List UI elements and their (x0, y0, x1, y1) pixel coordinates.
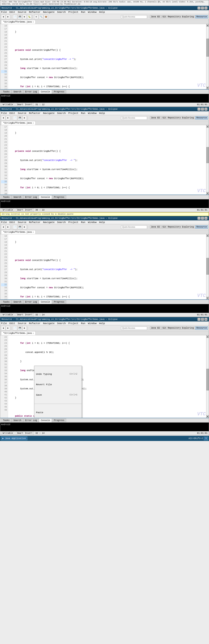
toolbar-btn-new[interactable]: 📄 (13, 15, 17, 19)
minimize-btn-4[interactable]: _ (197, 318, 200, 321)
menu-edit-3[interactable]: Edit (9, 221, 15, 224)
panel-tab-errorlog-1[interactable]: Error Log (23, 90, 39, 94)
close-btn-3[interactable]: ✕ (204, 217, 207, 220)
menu-file-1[interactable]: File (1, 11, 7, 14)
menu-file-2[interactable]: File (1, 112, 7, 114)
toolbar-btn-fwd-2[interactable]: ▶ (6, 116, 10, 120)
file-tab-close-3[interactable]: ✕ (33, 231, 34, 234)
menu-help-2[interactable]: Help (99, 112, 105, 114)
smart-insert-btn-2[interactable]: Smart Insert (16, 208, 34, 212)
vscroll-2[interactable]: ▲ ▼ (206, 125, 209, 194)
scroll-thumb-1[interactable] (206, 38, 209, 56)
panel-tab-console-4[interactable]: Console (39, 418, 52, 422)
menu-refactor-1[interactable]: Refactor (29, 11, 40, 14)
menu-search-3[interactable]: Search (57, 221, 66, 224)
scroll-down-3[interactable]: ▼ (206, 297, 209, 299)
file-tab-close-4[interactable]: ✕ (33, 332, 34, 334)
quick-access-input-1[interactable] (121, 15, 147, 19)
toolbar-btn-run-4[interactable]: ▶ (22, 326, 27, 330)
scroll-down-1[interactable]: ▼ (206, 86, 209, 89)
taskbar-java-app[interactable]: ▶ Java Application (1, 436, 27, 440)
persp-java-ee-2[interactable]: Java EE (150, 116, 161, 120)
menu-navigate-2[interactable]: Navigate (43, 112, 55, 114)
toolbar-btn-new-2[interactable]: 📄 (13, 116, 17, 120)
menu-refactor-4[interactable]: Refactor (29, 322, 40, 325)
persp-resource-4[interactable]: Resource (195, 326, 208, 330)
menu-window-2[interactable]: Window (88, 112, 97, 114)
persp-java-ee-4[interactable]: Java EE (150, 326, 161, 330)
scroll-thumb-2[interactable] (206, 147, 209, 163)
menu-window-3[interactable]: Window (88, 221, 97, 224)
file-tab-main-1[interactable]: *StringBufferDemo.java ✕ (1, 20, 36, 24)
menu-search-4[interactable]: Search (57, 322, 66, 325)
panel-tab-console-3[interactable]: Console (39, 300, 52, 304)
maximize-btn-2[interactable]: □ (201, 108, 204, 110)
toolbar-btn-save-2[interactable]: 💾 (18, 116, 22, 120)
menu-edit-2[interactable]: Edit (9, 112, 15, 114)
menu-file-3[interactable]: File (1, 221, 7, 224)
panel-tab-errorlog-4[interactable]: Error Log (23, 418, 39, 422)
scroll-thumb-3[interactable] (206, 258, 209, 274)
panel-tab-progress-4[interactable]: Progress (52, 418, 66, 422)
scroll-thumb-4[interactable] (206, 369, 209, 390)
panel-tab-errorlog-2[interactable]: Error Log (23, 195, 39, 199)
smart-insert-btn-4[interactable]: Smart Insert (16, 432, 34, 435)
close-btn-2[interactable]: ✕ (204, 108, 207, 110)
writable-btn-4[interactable]: Writable (2, 432, 14, 435)
panel-tab-search-1[interactable]: Search (12, 90, 23, 94)
close-btn-1[interactable]: ✕ (204, 6, 207, 10)
scroll-down-2[interactable]: ▼ (206, 192, 209, 194)
close-btn-4[interactable]: ✕ (204, 318, 207, 321)
toolbar-btn-debug[interactable]: 🐛 (27, 15, 32, 19)
toolbar-btn-run-3[interactable]: ▶ (22, 225, 27, 229)
persp-java-ee-1[interactable]: Java EE (150, 15, 161, 18)
file-tab-main-2[interactable]: *StringBufferDemo.java ✕ (1, 121, 36, 125)
menu-project-3[interactable]: Project (68, 221, 78, 224)
menu-source-2[interactable]: Source (18, 112, 27, 114)
panel-tab-search-3[interactable]: Search (12, 300, 23, 304)
writable-btn-1[interactable]: Writable (2, 103, 14, 106)
menu-help-3[interactable]: Help (99, 221, 105, 224)
ctx-save[interactable]: Save Ctrl+S (34, 393, 82, 397)
toolbar-btn-5[interactable]: 📦 (44, 15, 48, 19)
code-content-2[interactable]: } private void concatStringBuffer() { Sy… (8, 125, 206, 194)
panel-tab-tasks-2[interactable]: Tasks (1, 195, 12, 199)
taskbar-time-btn[interactable]: 3 (204, 437, 208, 440)
toolbar-btn-new-3[interactable]: 📄 (13, 225, 17, 229)
panel-tab-progress-1[interactable]: Progress (52, 90, 66, 94)
menu-run-1[interactable]: Run (81, 11, 85, 14)
code-content-1[interactable]: } private void concatStringBuffer() { Sy… (8, 24, 206, 89)
minimize-btn-2[interactable]: _ (197, 108, 200, 110)
menu-edit-1[interactable]: Edit (9, 11, 15, 14)
persp-git-1[interactable]: Git Repository Exploring (161, 15, 195, 18)
menu-run-3[interactable]: Run (81, 221, 85, 224)
menu-file-4[interactable]: File (1, 322, 7, 325)
menu-project-4[interactable]: Project (68, 322, 78, 325)
smart-insert-btn-3[interactable]: Smart Insert (16, 313, 34, 316)
file-tab-close-1[interactable]: ✕ (33, 21, 34, 23)
toolbar-btn-fwd-4[interactable]: ▶ (6, 326, 10, 330)
menu-project-1[interactable]: Project (68, 11, 78, 14)
toolbar-btn-back[interactable]: ◀ (1, 15, 6, 19)
maximize-btn-3[interactable]: □ (201, 217, 204, 220)
toolbar-btn-back-4[interactable]: ◀ (1, 326, 6, 330)
menu-navigate-3[interactable]: Navigate (43, 221, 55, 224)
persp-resource-3[interactable]: Resource (195, 225, 208, 228)
menu-navigate-4[interactable]: Navigate (43, 322, 55, 325)
panel-tab-tasks-3[interactable]: Tasks (1, 300, 12, 304)
file-tab-close-2[interactable]: ✕ (33, 122, 34, 124)
code-content-3[interactable]: } private void concatStringBuffer() { Sy… (8, 234, 206, 299)
panel-tab-console-2[interactable]: Console (39, 195, 52, 199)
toolbar-btn-back-3[interactable]: ◀ (1, 225, 6, 229)
scroll-down-4[interactable]: ▼ (206, 415, 209, 418)
persp-git-3[interactable]: Git Repository Exploring (161, 225, 195, 228)
maximize-btn-4[interactable]: □ (201, 318, 204, 321)
panel-tab-tasks-4[interactable]: Tasks (1, 418, 12, 422)
menu-refactor-2[interactable]: Refactor (29, 112, 40, 114)
toolbar-btn-run[interactable]: ▶ (22, 15, 27, 19)
smart-insert-btn-1[interactable]: Smart Insert (16, 103, 34, 106)
persp-resource-1[interactable]: Resource (195, 15, 208, 18)
persp-resource-2[interactable]: Resource (195, 116, 208, 120)
panel-tab-tasks-1[interactable]: Tasks (1, 90, 12, 94)
menu-search-1[interactable]: Search (57, 11, 66, 14)
